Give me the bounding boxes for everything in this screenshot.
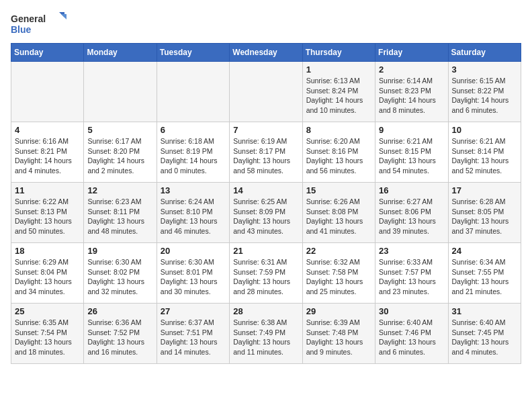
day-info: Sunrise: 6:37 AM Sunset: 7:51 PM Dayligh… — [161, 318, 226, 357]
calendar-week-row: 1Sunrise: 6:13 AM Sunset: 8:24 PM Daylig… — [11, 62, 521, 122]
calendar-cell: 15Sunrise: 6:26 AM Sunset: 8:08 PM Dayli… — [302, 183, 375, 243]
calendar-cell: 1Sunrise: 6:13 AM Sunset: 8:24 PM Daylig… — [302, 62, 375, 122]
calendar-cell: 27Sunrise: 6:37 AM Sunset: 7:51 PM Dayli… — [157, 304, 229, 364]
calendar-cell: 11Sunrise: 6:22 AM Sunset: 8:13 PM Dayli… — [11, 183, 84, 243]
day-info: Sunrise: 6:14 AM Sunset: 8:23 PM Dayligh… — [379, 76, 444, 116]
calendar-week-row: 25Sunrise: 6:35 AM Sunset: 7:54 PM Dayli… — [11, 304, 521, 364]
day-number: 9 — [379, 125, 444, 135]
day-number: 23 — [379, 246, 444, 256]
day-info: Sunrise: 6:24 AM Sunset: 8:10 PM Dayligh… — [161, 197, 226, 236]
day-number: 31 — [452, 306, 517, 316]
day-number: 4 — [15, 125, 80, 135]
day-number: 29 — [306, 306, 371, 316]
day-info: Sunrise: 6:30 AM Sunset: 8:02 PM Dayligh… — [87, 257, 152, 297]
day-info: Sunrise: 6:19 AM Sunset: 8:17 PM Dayligh… — [233, 136, 298, 176]
weekday-header-thursday: Thursday — [302, 44, 375, 62]
day-info: Sunrise: 6:36 AM Sunset: 7:52 PM Dayligh… — [87, 318, 152, 357]
svg-marker-3 — [61, 14, 66, 19]
day-number: 21 — [233, 246, 298, 256]
calendar-cell: 5Sunrise: 6:17 AM Sunset: 8:20 PM Daylig… — [84, 122, 157, 183]
day-number: 20 — [161, 246, 226, 256]
calendar-cell: 10Sunrise: 6:21 AM Sunset: 8:14 PM Dayli… — [448, 122, 521, 183]
day-number: 5 — [87, 125, 152, 135]
day-number: 18 — [15, 246, 80, 256]
day-info: Sunrise: 6:13 AM Sunset: 8:24 PM Dayligh… — [306, 76, 371, 116]
day-number: 16 — [379, 185, 444, 195]
day-info: Sunrise: 6:21 AM Sunset: 8:14 PM Dayligh… — [452, 136, 517, 176]
calendar-cell — [11, 62, 84, 122]
day-info: Sunrise: 6:28 AM Sunset: 8:05 PM Dayligh… — [452, 197, 517, 236]
day-info: Sunrise: 6:27 AM Sunset: 8:06 PM Dayligh… — [379, 197, 444, 236]
calendar-cell: 17Sunrise: 6:28 AM Sunset: 8:05 PM Dayli… — [448, 183, 521, 243]
day-info: Sunrise: 6:39 AM Sunset: 7:48 PM Dayligh… — [306, 318, 371, 357]
calendar-cell: 31Sunrise: 6:40 AM Sunset: 7:45 PM Dayli… — [448, 304, 521, 364]
day-number: 19 — [87, 246, 152, 256]
calendar-cell: 2Sunrise: 6:14 AM Sunset: 8:23 PM Daylig… — [375, 62, 448, 122]
day-number: 6 — [161, 125, 226, 135]
calendar-cell: 9Sunrise: 6:21 AM Sunset: 8:15 PM Daylig… — [375, 122, 448, 183]
day-number: 3 — [452, 64, 517, 75]
day-info: Sunrise: 6:23 AM Sunset: 8:11 PM Dayligh… — [87, 197, 152, 236]
logo-svg: General Blue — [11, 11, 71, 38]
calendar-cell — [230, 62, 302, 122]
calendar-cell: 7Sunrise: 6:19 AM Sunset: 8:17 PM Daylig… — [230, 122, 302, 183]
calendar-cell: 3Sunrise: 6:15 AM Sunset: 8:22 PM Daylig… — [448, 62, 521, 122]
weekday-header-saturday: Saturday — [448, 44, 521, 62]
calendar-cell — [157, 62, 229, 122]
day-number: 14 — [233, 185, 298, 195]
day-number: 27 — [161, 306, 226, 316]
day-info: Sunrise: 6:26 AM Sunset: 8:08 PM Dayligh… — [306, 197, 371, 236]
day-number: 8 — [306, 125, 371, 135]
day-info: Sunrise: 6:16 AM Sunset: 8:21 PM Dayligh… — [15, 136, 80, 176]
calendar-cell: 26Sunrise: 6:36 AM Sunset: 7:52 PM Dayli… — [84, 304, 157, 364]
day-info: Sunrise: 6:22 AM Sunset: 8:13 PM Dayligh… — [15, 197, 80, 236]
calendar-cell: 14Sunrise: 6:25 AM Sunset: 8:09 PM Dayli… — [230, 183, 302, 243]
weekday-header-wednesday: Wednesday — [230, 44, 302, 62]
day-info: Sunrise: 6:31 AM Sunset: 7:59 PM Dayligh… — [233, 257, 298, 297]
day-number: 24 — [452, 246, 517, 256]
calendar-week-row: 11Sunrise: 6:22 AM Sunset: 8:13 PM Dayli… — [11, 183, 521, 243]
day-info: Sunrise: 6:35 AM Sunset: 7:54 PM Dayligh… — [15, 318, 80, 357]
day-number: 28 — [233, 306, 298, 316]
calendar-cell: 8Sunrise: 6:20 AM Sunset: 8:16 PM Daylig… — [302, 122, 375, 183]
calendar-cell: 28Sunrise: 6:38 AM Sunset: 7:49 PM Dayli… — [230, 304, 302, 364]
day-info: Sunrise: 6:40 AM Sunset: 7:46 PM Dayligh… — [379, 318, 444, 357]
day-number: 1 — [306, 64, 371, 75]
day-number: 22 — [306, 246, 371, 256]
weekday-header-sunday: Sunday — [11, 44, 84, 62]
logo: General Blue — [11, 11, 71, 38]
calendar-table: SundayMondayTuesdayWednesdayThursdayFrid… — [11, 43, 521, 364]
calendar-cell: 25Sunrise: 6:35 AM Sunset: 7:54 PM Dayli… — [11, 304, 84, 364]
day-info: Sunrise: 6:15 AM Sunset: 8:22 PM Dayligh… — [452, 76, 517, 116]
calendar-week-row: 4Sunrise: 6:16 AM Sunset: 8:21 PM Daylig… — [11, 122, 521, 183]
weekday-header-row: SundayMondayTuesdayWednesdayThursdayFrid… — [11, 44, 521, 62]
day-number: 13 — [161, 185, 226, 195]
day-info: Sunrise: 6:38 AM Sunset: 7:49 PM Dayligh… — [233, 318, 298, 357]
day-info: Sunrise: 6:21 AM Sunset: 8:15 PM Dayligh… — [379, 136, 444, 176]
day-number: 17 — [452, 185, 517, 195]
day-number: 15 — [306, 185, 371, 195]
calendar-cell: 20Sunrise: 6:30 AM Sunset: 8:01 PM Dayli… — [157, 243, 229, 304]
calendar-cell: 16Sunrise: 6:27 AM Sunset: 8:06 PM Dayli… — [375, 183, 448, 243]
day-number: 11 — [15, 185, 80, 195]
svg-text:Blue: Blue — [11, 24, 32, 35]
calendar-cell: 12Sunrise: 6:23 AM Sunset: 8:11 PM Dayli… — [84, 183, 157, 243]
day-number: 26 — [87, 306, 152, 316]
day-info: Sunrise: 6:30 AM Sunset: 8:01 PM Dayligh… — [161, 257, 226, 297]
calendar-cell: 23Sunrise: 6:33 AM Sunset: 7:57 PM Dayli… — [375, 243, 448, 304]
calendar-cell: 21Sunrise: 6:31 AM Sunset: 7:59 PM Dayli… — [230, 243, 302, 304]
day-info: Sunrise: 6:33 AM Sunset: 7:57 PM Dayligh… — [379, 257, 444, 297]
svg-text:General: General — [11, 13, 46, 24]
calendar-cell: 22Sunrise: 6:32 AM Sunset: 7:58 PM Dayli… — [302, 243, 375, 304]
weekday-header-tuesday: Tuesday — [157, 44, 229, 62]
day-info: Sunrise: 6:18 AM Sunset: 8:19 PM Dayligh… — [161, 136, 226, 176]
day-number: 30 — [379, 306, 444, 316]
weekday-header-monday: Monday — [84, 44, 157, 62]
calendar-cell — [84, 62, 157, 122]
day-number: 12 — [87, 185, 152, 195]
calendar-cell: 19Sunrise: 6:30 AM Sunset: 8:02 PM Dayli… — [84, 243, 157, 304]
day-number: 7 — [233, 125, 298, 135]
calendar-cell: 6Sunrise: 6:18 AM Sunset: 8:19 PM Daylig… — [157, 122, 229, 183]
day-info: Sunrise: 6:40 AM Sunset: 7:45 PM Dayligh… — [452, 318, 517, 357]
day-info: Sunrise: 6:17 AM Sunset: 8:20 PM Dayligh… — [87, 136, 152, 176]
